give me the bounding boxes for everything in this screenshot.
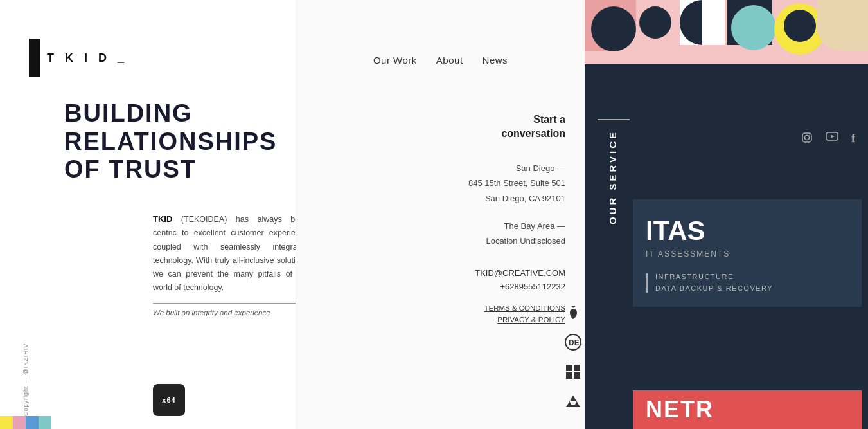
contact-section: Start a conversation San Diego — 845 15t… xyxy=(468,113,565,327)
svg-rect-2 xyxy=(566,365,572,371)
nav-item-news[interactable]: News xyxy=(483,55,508,66)
color-blocks xyxy=(0,416,51,429)
x64-badge: x64 xyxy=(153,384,185,416)
hero-line3: OF TRUST xyxy=(64,156,277,184)
itas-title: ITAS xyxy=(646,215,849,246)
nav-item-about[interactable]: About xyxy=(436,55,463,66)
nav-item-our-work[interactable]: Our Work xyxy=(373,55,417,66)
geo-header xyxy=(585,0,868,64)
logo-text: T K I D _ xyxy=(47,51,128,65)
logo-bar xyxy=(29,39,40,77)
svg-point-8 xyxy=(809,134,810,136)
instagram-icon[interactable] xyxy=(801,132,813,146)
color-block-teal xyxy=(39,416,51,429)
hero-line2: RELATIONSHIPS xyxy=(64,128,277,156)
privacy-link[interactable]: PRIVACY & POLICY xyxy=(468,316,565,324)
bay-area-line2: Location Undisclosed xyxy=(468,233,565,248)
copyright-label: Copyright — @IKZIRIV xyxy=(22,343,29,416)
right-panel: f OUR SERVICE ITAS IT ASSESSMENTS INFRAS… xyxy=(585,0,868,429)
location-block: The Bay Area — Location Undisclosed xyxy=(468,219,565,249)
apple-icon xyxy=(563,302,583,323)
terms-link[interactable]: TERMS & CONDITIONS xyxy=(468,304,565,312)
itas-subtitle: IT ASSESSMENTS xyxy=(646,250,849,259)
hero-line1: BUILDING xyxy=(64,100,277,128)
geo-shape9 xyxy=(784,10,816,42)
logo-area: T K I D _ xyxy=(29,39,128,77)
dell-icon: DELL xyxy=(563,332,583,352)
nav-bar: Our Work About News xyxy=(296,55,585,66)
social-row: f xyxy=(801,132,855,146)
itas-divider xyxy=(646,273,648,293)
svg-rect-5 xyxy=(574,372,580,379)
geo-shape10 xyxy=(817,0,868,51)
infra-line2: DATA BACKUP & RECOVERY xyxy=(655,283,773,295)
hero-title: BUILDING RELATIONSHIPS OF TRUST xyxy=(64,100,277,184)
geo-shape2 xyxy=(591,6,636,51)
windows-icon xyxy=(563,361,583,382)
body-divider xyxy=(153,303,308,304)
city-line: San Diego — xyxy=(468,161,565,176)
facebook-icon[interactable]: f xyxy=(851,132,855,146)
svg-rect-6 xyxy=(802,133,811,142)
bay-area-line1: The Bay Area — xyxy=(468,219,565,233)
svg-point-7 xyxy=(805,136,810,140)
brand-full: (TEKOIDEA) xyxy=(181,215,227,224)
body-paragraph: TKID (TEKOIDEA) has always been centric … xyxy=(153,212,308,295)
tech-icons: DELL xyxy=(563,302,585,412)
color-block-pink xyxy=(13,416,26,429)
our-service-label: OUR SERVICE xyxy=(607,130,618,224)
brand-name: TKID xyxy=(153,214,172,224)
youtube-icon[interactable] xyxy=(826,132,838,146)
contact-heading: Start a conversation xyxy=(468,113,565,141)
geo-shape3 xyxy=(639,6,671,39)
color-block-blue xyxy=(26,416,39,429)
amd-icon xyxy=(563,391,583,412)
middle-panel: Our Work About News Start a conversation… xyxy=(296,0,585,429)
netr-card: NETR xyxy=(633,390,862,429)
color-block-yellow xyxy=(0,416,13,429)
netr-title: NETR xyxy=(646,396,714,423)
svg-text:DELL: DELL xyxy=(569,338,582,347)
svg-rect-3 xyxy=(574,365,580,371)
body-text-area: TKID (TEKOIDEA) has always been centric … xyxy=(153,212,308,316)
itas-infra: INFRASTRUCTURE DATA BACKUP & RECOVERY xyxy=(655,271,773,294)
address-block: San Diego — 845 15th Street, Suite 501 S… xyxy=(468,161,565,206)
left-panel: T K I D _ BUILDING RELATIONSHIPS OF TRUS… xyxy=(0,0,296,429)
itas-card: ITAS IT ASSESSMENTS INFRASTRUCTURE DATA … xyxy=(633,199,862,307)
body-description: has always been centric to excellent cus… xyxy=(153,215,308,292)
contact-email: TKID@CREATIVE.COM xyxy=(468,268,565,278)
svg-rect-4 xyxy=(566,372,572,379)
infra-line1: INFRASTRUCTURE xyxy=(655,271,773,283)
contact-phone: +6289555112232 xyxy=(468,282,565,291)
zip-line: San Diego, CA 92101 xyxy=(468,191,565,206)
street-line: 845 15th Street, Suite 501 xyxy=(468,176,565,190)
our-service-container: OUR SERVICE xyxy=(598,119,630,299)
geo-shape7 xyxy=(731,5,776,50)
tagline: We built on integrity and experience xyxy=(153,309,308,316)
